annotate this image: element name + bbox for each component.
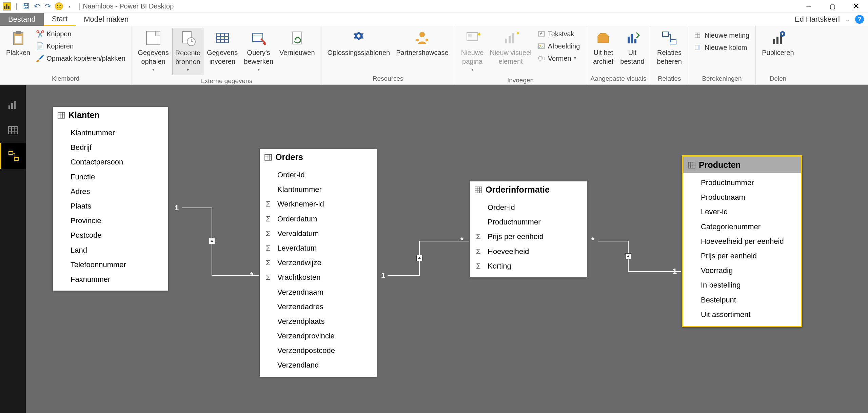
field-row[interactable]: Verzendprovincie <box>260 329 377 343</box>
field-row[interactable]: ΣVrachtkosten <box>260 270 377 284</box>
image-button[interactable]: Afbeelding <box>535 40 583 52</box>
view-rail <box>0 85 26 413</box>
field-row[interactable]: Telefoonnummer <box>53 257 168 272</box>
copy-button[interactable]: 📄Kopiëren <box>34 40 128 52</box>
model-canvas[interactable]: Klanten KlantnummerBedrijfContactpersoon… <box>26 85 868 413</box>
edit-queries-button[interactable]: Query's bewerken▾ <box>241 28 276 75</box>
field-row[interactable]: Order-id <box>260 168 377 182</box>
cut-button[interactable]: ✂️Knippen <box>34 28 128 40</box>
field-row[interactable]: Contactpersoon <box>53 155 168 169</box>
cut-icon: ✂️ <box>36 30 44 38</box>
minimize-button[interactable]: ─ <box>797 0 821 13</box>
relationship-filter-node[interactable] <box>209 238 215 244</box>
table-title: Klanten <box>68 110 100 120</box>
tab-home[interactable]: Start <box>44 13 76 26</box>
field-row[interactable]: Lever-id <box>683 204 801 219</box>
tab-model[interactable]: Model maken <box>76 13 137 26</box>
relationship-filter-node[interactable] <box>416 255 422 261</box>
field-row[interactable]: Verzendplaats <box>260 314 377 329</box>
from-file-button[interactable]: Uit bestand <box>617 28 647 68</box>
field-row[interactable]: Order-id <box>470 200 587 215</box>
maximize-button[interactable]: ▢ <box>821 0 844 13</box>
field-row[interactable]: Land <box>53 243 168 257</box>
help-icon[interactable]: ? <box>855 15 864 24</box>
field-row[interactable]: Klantnummer <box>53 125 168 140</box>
publish-button[interactable]: Publiceren <box>759 28 797 59</box>
field-row[interactable]: Bestelpunt <box>683 293 801 307</box>
field-row[interactable]: Uit assortiment <box>683 307 801 322</box>
relationship-line[interactable] <box>388 275 420 276</box>
relationship-line[interactable] <box>182 208 212 208</box>
field-row[interactable]: Verzendadres <box>260 299 377 314</box>
field-row[interactable]: Adres <box>53 184 168 199</box>
group-label-resources: Resources <box>325 73 451 84</box>
field-row[interactable]: Klantnummer <box>260 182 377 197</box>
field-row[interactable]: Verzendpostcode <box>260 343 377 358</box>
table-producten[interactable]: Producten ProductnummerProductnaamLever-… <box>682 155 802 327</box>
field-row[interactable]: ΣOrderdatum <box>260 212 377 226</box>
refresh-button[interactable]: Vernieuwen <box>277 28 318 59</box>
field-row[interactable]: In bestelling <box>683 278 801 292</box>
relationship-line[interactable] <box>598 241 629 241</box>
window-title: Naamloos - Power BI Desktop <box>83 2 174 10</box>
field-row[interactable]: Verzendland <box>260 358 377 372</box>
shapes-button[interactable]: Vormen ▾ <box>535 52 583 64</box>
ribbon-group-clipboard: Plakken ✂️Knippen 📄Kopiëren 🖌️Opmaak kop… <box>0 26 132 84</box>
partner-showcase-button[interactable]: Partnershowcase <box>393 28 451 59</box>
report-view-button[interactable] <box>0 92 26 117</box>
field-row[interactable]: Hoeveelheid per eenheid <box>683 234 801 249</box>
sigma-icon: Σ <box>266 242 271 254</box>
feedback-icon[interactable]: 🙂 <box>54 2 63 11</box>
field-row[interactable]: Provincie <box>53 213 168 228</box>
paste-button[interactable]: Plakken <box>3 28 33 59</box>
field-row[interactable]: ΣPrijs per eenheid <box>470 229 587 244</box>
field-row[interactable]: ΣVerzendwijze <box>260 255 377 270</box>
field-row[interactable]: ΣKorting <box>470 259 587 273</box>
signed-in-user[interactable]: Ed Hartskeerl <box>795 15 840 24</box>
field-row[interactable]: Voorradig <box>683 263 801 278</box>
data-view-button[interactable] <box>0 117 26 143</box>
from-archive-button[interactable]: Uit het archief <box>590 28 617 68</box>
new-column-button[interactable]: Nieuwe kolom <box>692 41 752 54</box>
table-orders[interactable]: Orders Order-idKlantnummerΣWerknemer-idΣ… <box>260 149 377 377</box>
group-label-custom-visuals: Aangepaste visuals <box>590 73 647 84</box>
tab-file[interactable]: Bestand <box>0 13 44 26</box>
new-page-button[interactable]: ✦ Nieuwe pagina▾ <box>458 28 487 75</box>
field-row[interactable]: Plaats <box>53 199 168 213</box>
field-row[interactable]: Postcode <box>53 228 168 242</box>
qat-dropdown[interactable]: ▾ <box>65 2 74 11</box>
close-button[interactable]: ✕ <box>844 0 868 13</box>
user-dropdown-icon[interactable]: ⌄ <box>845 16 850 23</box>
undo-icon[interactable]: ↶ <box>32 2 42 11</box>
field-row[interactable]: Prijs per eenheid <box>683 249 801 263</box>
field-row[interactable]: Productnaam <box>683 190 801 204</box>
save-icon[interactable]: 🖫 <box>21 2 31 11</box>
solution-templates-button[interactable]: Oplossingssjablonen <box>325 28 393 59</box>
get-data-button[interactable]: Gegevens ophalen▾ <box>135 28 172 75</box>
enter-data-button[interactable]: Gegevens invoeren <box>204 28 240 68</box>
relationship-filter-node[interactable] <box>625 253 631 259</box>
table-orderinformatie[interactable]: Orderinformatie Order-idProductnummerΣPr… <box>470 181 587 277</box>
redo-icon[interactable]: ↷ <box>43 2 53 11</box>
format-painter-button[interactable]: 🖌️Opmaak kopiëren/plakken <box>34 52 128 64</box>
recent-sources-button[interactable]: Recente bronnen▾ <box>172 28 204 75</box>
field-row[interactable]: Productnummer <box>683 175 801 190</box>
field-row[interactable]: ΣHoeveelheid <box>470 244 587 259</box>
field-row[interactable]: ΣLeverdatum <box>260 241 377 255</box>
new-visual-button[interactable]: ✦ Nieuw visueel element <box>487 28 534 68</box>
textbox-button[interactable]: ATekstvak <box>535 28 583 40</box>
field-row[interactable]: Bedrijf <box>53 140 168 155</box>
table-klanten[interactable]: Klanten KlantnummerBedrijfContactpersoon… <box>53 107 168 291</box>
field-row[interactable]: ΣVervaldatum <box>260 226 377 241</box>
manage-relations-button[interactable]: Relaties beheren <box>654 28 685 68</box>
field-row[interactable]: Productnummer <box>470 215 587 229</box>
new-measure-button[interactable]: Nieuwe meting <box>692 29 752 41</box>
field-label: Bedrijf <box>71 141 92 153</box>
sigma-icon: Σ <box>476 231 481 242</box>
field-row[interactable]: Faxnummer <box>53 272 168 287</box>
field-row[interactable]: Verzendnaam <box>260 285 377 299</box>
field-row[interactable]: Functie <box>53 170 168 184</box>
field-row[interactable]: Categorienummer <box>683 219 801 234</box>
model-view-button[interactable] <box>0 143 26 169</box>
field-row[interactable]: ΣWerknemer-id <box>260 197 377 211</box>
